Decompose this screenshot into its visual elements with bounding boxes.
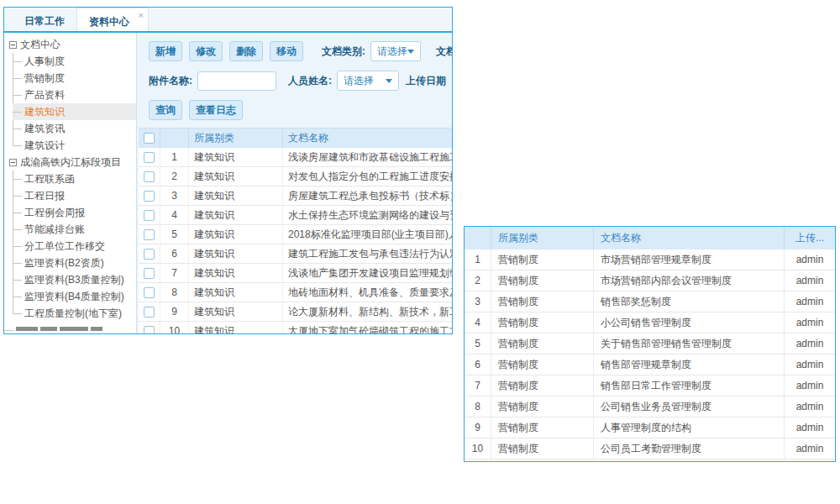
table-row[interactable]: 2建筑知识对发包人指定分包的工程施工进度安排...	[139, 167, 452, 186]
tree-item-5[interactable]: 建筑资讯	[13, 120, 136, 137]
row-number: 10	[160, 322, 189, 333]
row-checkbox[interactable]	[144, 171, 155, 182]
table-row[interactable]: 9建筑知识论大厦新材料、新结构、新技术，新工...	[139, 302, 452, 322]
doc-name-cell: 销售部日常工作管理制度	[594, 375, 785, 396]
chevron-down-icon	[407, 50, 414, 54]
table-row[interactable]: 1建筑知识浅谈房屋建筑和市政基础设施工程施工...	[139, 148, 452, 167]
doc-name-cell: 论大厦新材料、新结构、新技术，新工...	[283, 302, 452, 321]
query-button[interactable]: 查询	[149, 100, 182, 120]
row-checkbox[interactable]	[144, 191, 155, 202]
table-row[interactable]: 7建筑知识浅谈地产集团开发建设项目监理规划编...	[139, 264, 452, 283]
attachment-name-input[interactable]	[197, 71, 276, 91]
table-row[interactable]: 1营销制度市场营销部管理规章制度admin	[465, 249, 835, 270]
category-cell: 建筑知识	[189, 186, 283, 205]
tree-item-1[interactable]: 工程联系函	[13, 171, 136, 187]
move-button[interactable]: 移动	[270, 41, 303, 61]
row-number-header	[160, 129, 189, 148]
row-checkbox[interactable]	[144, 210, 155, 221]
doc-category-select[interactable]: 请选择	[370, 41, 421, 61]
person-name-select[interactable]: 请选择	[337, 71, 399, 91]
doc-name-cell: 2018标准化监理项目部(业主项目部)人员...	[283, 225, 452, 244]
table-row[interactable]: 4建筑知识水土保持生态环境监测网络的建设与资...	[139, 206, 452, 225]
category-cell: 建筑知识	[189, 264, 283, 282]
table-row[interactable]: 3营销制度销售部奖惩制度admin	[465, 291, 835, 312]
view-log-button[interactable]: 查看日志	[189, 100, 243, 120]
tree-item-2[interactable]: 工程日报	[13, 187, 136, 204]
tree-item-1[interactable]: 人事制度	[13, 53, 136, 70]
uploader-cell: admin	[785, 291, 835, 312]
tree-item-4[interactable]: 节能减排台账	[13, 221, 136, 238]
table-row[interactable]: 5建筑知识2018标准化监理项目部(业主项目部)人员...	[139, 225, 452, 244]
doc-name-cell: 市场营销部管理规章制度	[594, 249, 785, 270]
table-row[interactable]: 3建筑知识房屋建筑工程总承包投标书（技术标）...	[139, 186, 452, 206]
category-cell: 建筑知识	[189, 283, 283, 302]
category-cell: 建筑知识	[189, 225, 283, 244]
row-checkbox[interactable]	[144, 268, 155, 279]
doc-name-cell: 地砖地面材料、机具准备、质量要求及...	[283, 283, 452, 302]
row-checkbox[interactable]	[144, 229, 155, 240]
select-all-checkbox[interactable]	[144, 133, 155, 144]
row-number: 4	[160, 206, 189, 224]
doc-name-column-header: 文档名称	[283, 129, 452, 148]
tree-item-6[interactable]: 监理资料(B2资质)	[13, 255, 136, 271]
tree-item-9[interactable]: 工程质量控制(地下室)	[13, 305, 136, 322]
table-row[interactable]: 5营销制度关于销售部管理销售管理制度admin	[465, 333, 835, 354]
category-cell: 建筑知识	[189, 206, 283, 224]
tab-data-center[interactable]: 资料中心 ×	[76, 8, 149, 31]
row-checkbox[interactable]	[144, 287, 155, 298]
tree-item-7[interactable]: 监理资料(B3质量控制)	[13, 271, 136, 288]
doc-name-cell: 对发包人指定分包的工程施工进度安排...	[283, 167, 452, 186]
checkbox-cell	[139, 283, 160, 302]
row-checkbox[interactable]	[144, 249, 155, 260]
table-row[interactable]: 10营销制度公司员工考勤管理制度admin	[465, 438, 835, 459]
tree-root-item[interactable]: 文档中心	[4, 36, 136, 53]
checkbox-cell	[139, 148, 160, 166]
tree-item-2[interactable]: 营销制度	[13, 70, 136, 87]
checkbox-cell	[139, 167, 160, 186]
collapse-icon[interactable]	[9, 41, 17, 49]
table-row[interactable]: 4营销制度小公司销售管理制度admin	[465, 312, 835, 333]
edit-button[interactable]: 修改	[189, 41, 223, 61]
table-row[interactable]: 6营销制度销售部管理规章制度admin	[465, 354, 835, 375]
attachment-name-label: 附件名称:	[149, 74, 192, 88]
doc-name-cell: 浅谈房屋建筑和市政基础设施工程施工...	[283, 148, 452, 166]
tree-root-label: 文档中心	[20, 36, 60, 53]
doc-name-cell: 销售部管理规章制度	[594, 354, 785, 375]
tree-item-4[interactable]: 建筑知识	[13, 103, 136, 120]
tree-item-3[interactable]: 工程例会周报	[13, 204, 136, 221]
category-cell: 营销制度	[491, 333, 594, 354]
category-cell: 建筑知识	[189, 244, 283, 263]
table-row[interactable]: 10建筑知识大厦地下室加气砼墙砌筑工程的施工方...	[139, 322, 452, 333]
tree-item-6[interactable]: 建筑设计	[13, 137, 136, 154]
table-row[interactable]: 6建筑知识建筑工程施工发包与承包违法行为认定...	[139, 244, 452, 264]
doc-name-column-header: 文档名称	[594, 227, 785, 249]
tab-daily-work[interactable]: 日常工作	[13, 8, 76, 31]
tree-item-3[interactable]: 产品资料	[13, 87, 136, 103]
table-row[interactable]: 7营销制度销售部日常工作管理制度admin	[465, 375, 835, 396]
doc-name-cell: 浅谈地产集团开发建设项目监理规划编...	[283, 264, 452, 282]
content-panel: 新增 修改 删除 移动 文档类别: 请选择 文档 附件名称: 人员姓名: 请选择	[137, 33, 452, 333]
checkbox-cell	[139, 302, 160, 321]
table-row[interactable]: 8建筑知识地砖地面材料、机具准备、质量要求及...	[139, 283, 452, 302]
doc-name-cell: 小公司销售管理制度	[594, 312, 785, 333]
collapse-icon[interactable]	[9, 159, 17, 166]
uploader-cell: admin	[785, 270, 835, 291]
row-checkbox[interactable]	[144, 152, 155, 163]
tree-item-8[interactable]: 监理资料(B4质量控制)	[13, 288, 136, 305]
delete-button[interactable]: 删除	[229, 41, 263, 61]
row-number: 7	[465, 375, 491, 396]
row-checkbox[interactable]	[144, 307, 155, 318]
tree-root-item[interactable]: 成渝高铁内江标段项目	[4, 154, 136, 171]
tree-item-clipped	[4, 322, 136, 333]
table-row[interactable]: 2营销制度市场营销部内部会议管理制度admin	[465, 270, 835, 291]
close-icon[interactable]: ×	[139, 10, 144, 20]
row-number: 5	[160, 225, 189, 244]
row-checkbox[interactable]	[144, 326, 155, 334]
category-column-header: 所属别类	[491, 227, 594, 249]
clipped-label-row1: 文档	[436, 45, 452, 59]
doc-name-cell: 关于销售部管理销售管理制度	[594, 333, 785, 354]
table-row[interactable]: 9营销制度人事管理制度的结构admin	[465, 417, 835, 438]
table-row[interactable]: 8营销制度公司销售业务员管理制度admin	[465, 396, 835, 417]
tree-item-5[interactable]: 分工单位工作移交	[13, 238, 136, 255]
add-button[interactable]: 新增	[149, 41, 182, 61]
